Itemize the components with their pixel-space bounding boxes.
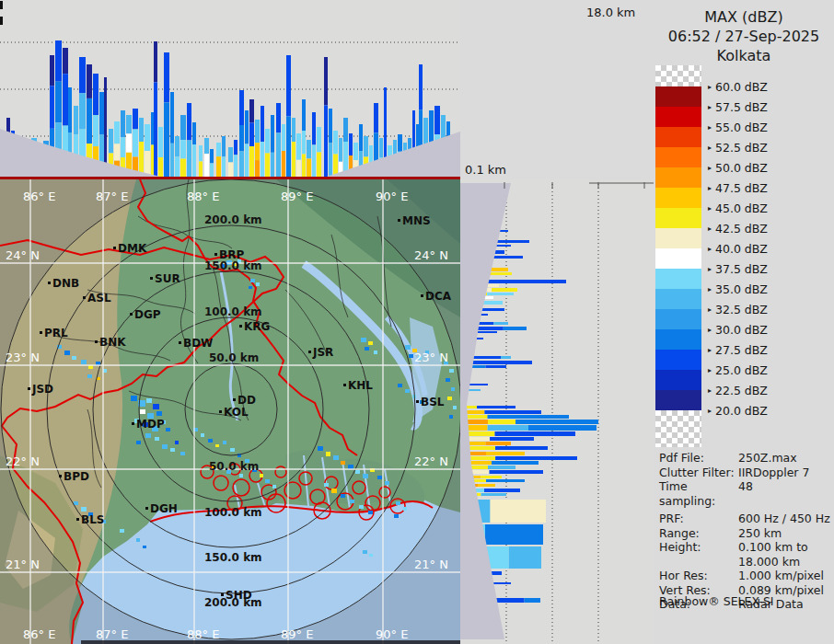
latitude-label: 21° N — [414, 558, 448, 571]
profile-bar-segment — [180, 159, 186, 178]
echo-cell — [374, 351, 377, 354]
dbz-value: 57.5 dBZ — [715, 100, 768, 114]
city-label: BLS — [81, 513, 104, 526]
echo-cell — [156, 411, 162, 416]
profile-bar-segment — [55, 40, 62, 82]
city-label: SUR — [155, 272, 180, 285]
dbz-value: 25.0 dBZ — [715, 363, 768, 377]
latitude-label: 24° N — [6, 248, 40, 262]
city-marker-dot — [233, 398, 236, 401]
profile-bar-segment — [486, 452, 525, 455]
echo-cell — [377, 476, 382, 479]
profile-bar-segment — [491, 500, 546, 523]
echo-cell — [140, 409, 145, 414]
profile-bar-segment — [265, 129, 270, 154]
city-label: MDP — [136, 418, 165, 431]
profile-bar-segment — [495, 446, 548, 450]
profile-bar-segment — [74, 106, 78, 134]
city-marker-dot — [130, 313, 133, 316]
profile-bar-segment — [486, 479, 525, 482]
echo-cell — [326, 452, 330, 456]
city-marker-dot — [132, 422, 134, 425]
echo-cell — [359, 505, 364, 509]
echo-cell — [230, 448, 235, 452]
latitude-label: 24° N — [414, 248, 448, 262]
profile-bar-segment — [481, 476, 503, 478]
profile-bar-segment — [164, 52, 169, 102]
profile-bar-segment — [528, 425, 597, 431]
profile-bar-segment — [245, 110, 249, 144]
scale-tick-arrow-icon: ▸ — [708, 285, 712, 293]
profile-bar-segment — [490, 437, 534, 441]
echo-cell — [81, 507, 87, 512]
dbz-scale-label: ▸40.0 dBZ — [708, 241, 768, 256]
latitude-label: 22° N — [6, 454, 40, 468]
scale-tick-arrow-icon: ▸ — [708, 265, 712, 273]
metadata-key: PRF: — [659, 512, 738, 526]
scale-tick-arrow-icon: ▸ — [708, 123, 712, 132]
profile-bar-segment — [286, 55, 291, 117]
echo-cell — [446, 378, 450, 382]
profile-bar-segment — [87, 64, 92, 98]
range-ring-label: 100.0 km — [204, 506, 262, 519]
metadata-key: Time sampling: — [659, 479, 738, 508]
echo-cell — [331, 489, 337, 493]
dbz-value: 32.5 dBZ — [715, 303, 768, 316]
echo-cell — [385, 481, 389, 485]
city-marker-dot — [150, 277, 153, 280]
profile-bar-segment — [353, 143, 358, 160]
echo-cell — [348, 465, 353, 469]
profile-bar-segment — [239, 125, 244, 152]
profile-bar-segment — [419, 64, 423, 109]
software-brand: Rainbow® SELEX-SI — [659, 594, 774, 608]
profile-bar-segment — [488, 425, 528, 431]
scale-tick-arrow-icon: ▸ — [708, 407, 712, 415]
city-label: BSL — [421, 396, 445, 408]
dbz-value: 27.5 dBZ — [715, 343, 768, 357]
profile-bar-segment — [170, 144, 174, 178]
profile-bar-segment — [126, 115, 132, 133]
dbz-value: 60.0 dBZ — [715, 80, 768, 94]
city-label: BDW — [183, 337, 213, 350]
profile-bar-segment — [50, 86, 54, 129]
scale-tick-arrow-icon: ▸ — [708, 224, 712, 233]
metadata-value: 600 Hz / 450 Hz — [738, 512, 830, 526]
echo-cell — [153, 404, 159, 409]
city-label: DMK — [118, 242, 147, 255]
profile-bar-segment — [180, 140, 186, 158]
dbz-scale-label: ▸55.0 dBZ — [708, 120, 768, 134]
profile-bar-segment — [493, 322, 508, 325]
profile-bar-segment — [234, 155, 237, 178]
echo-cell — [136, 538, 140, 542]
city-label: DGP — [134, 308, 161, 321]
dbz-scale-label: ▸20.0 dBZ — [708, 403, 768, 418]
echo-cell — [449, 415, 453, 419]
metadata-value: 1.000 km/pixel — [738, 569, 824, 583]
city-marker-dot — [48, 282, 51, 284]
city-label: SHD — [226, 589, 252, 602]
echo-cell — [363, 474, 368, 478]
metadata-row: Hor Res:1.000 km/pixel — [659, 569, 832, 583]
scale-tick-arrow-icon: ▸ — [708, 305, 712, 314]
dbz-scale-label: ▸42.5 dBZ — [708, 221, 768, 236]
ppi-map-svg: 86° E86° E87° E87° E88° E88° E89° E89° E… — [0, 179, 460, 644]
profile-bar-segment — [276, 132, 281, 178]
echo-cell — [131, 396, 137, 401]
profile-bar-segment — [271, 115, 274, 153]
profile-bar-segment — [324, 105, 328, 178]
echo-cell — [409, 354, 413, 358]
dbz-color-swatch — [655, 107, 701, 127]
profile-bar-segment — [216, 156, 221, 178]
profile-bar-segment — [486, 365, 507, 368]
profile-bar-segment — [477, 406, 515, 408]
profile-bar-segment — [486, 442, 512, 445]
profile-bar-segment — [255, 143, 260, 160]
profile-bar-segment — [187, 141, 191, 178]
longitude-label: 89° E — [281, 190, 313, 203]
echo-cell — [403, 507, 407, 511]
legend-panel: MAX (dBZ) 06:52 / 27-Sep-2025 Kolkata ▸6… — [654, 0, 834, 644]
profile-bar-segment — [199, 145, 203, 162]
scale-tick-arrow-icon: ▸ — [708, 204, 712, 213]
ns-height-profile-svg — [460, 179, 654, 644]
city-label: ASL — [87, 292, 111, 305]
